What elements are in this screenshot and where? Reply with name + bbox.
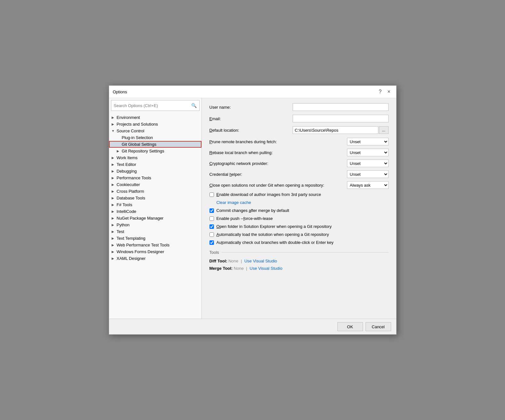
- tree-arrow-xaml-designer: ▶: [112, 257, 117, 260]
- enable-author-images-label: Enable download of author images from 3r…: [217, 192, 321, 197]
- tools-label: Tools: [209, 250, 219, 255]
- credential-select[interactable]: UnsetManagerStore: [347, 170, 389, 178]
- tree-arrow-debugging: ▶: [112, 169, 117, 173]
- prune-label: Prune remote branches during fetch:: [209, 139, 347, 144]
- tools-section: Tools Diff Tool: None | Use Visual Studi…: [209, 250, 389, 271]
- dialog-title: Options: [113, 89, 127, 94]
- open-folder-label: Open folder in Solution Explorer when op…: [217, 224, 332, 229]
- merge-tool-none: None: [234, 266, 244, 271]
- tree-item-database-tools[interactable]: ▶Database Tools: [109, 195, 201, 201]
- tree-item-performance-tools[interactable]: ▶Performance Tools: [109, 175, 201, 181]
- auto-load-solution-row: Automatically load the solution when ope…: [209, 232, 389, 237]
- tree-item-test[interactable]: ▶Test: [109, 228, 201, 235]
- enable-push-force-label: Enable push --force-with-lease: [217, 216, 273, 221]
- tree-label-test: Test: [117, 229, 199, 234]
- commit-after-merge-row: Commit changes after merge by default: [209, 208, 389, 213]
- help-button[interactable]: ?: [377, 88, 383, 95]
- tree-item-debugging[interactable]: ▶Debugging: [109, 168, 201, 175]
- tree-arrow-fsharp-tools: ▶: [112, 203, 117, 206]
- open-folder-row: Open folder in Solution Explorer when op…: [209, 224, 389, 229]
- prune-select[interactable]: UnsetTrueFalse: [347, 138, 389, 145]
- tree-item-xaml-designer[interactable]: ▶XAML Designer: [109, 255, 201, 262]
- tree-arrow-nuget-package-manager: ▶: [112, 216, 117, 220]
- auto-load-solution-checkbox[interactable]: [209, 232, 214, 237]
- tree-arrow-environment: ▶: [112, 116, 117, 119]
- credential-label: Credential helper:: [209, 172, 347, 177]
- tree-item-text-editor[interactable]: ▶Text Editor: [109, 161, 201, 168]
- default-location-row: Default location: ...: [209, 126, 389, 134]
- crypto-row: Cryptographic network provider: UnsetOpe…: [209, 159, 389, 167]
- tree-item-plugin-selection[interactable]: Plug-in Selection: [109, 134, 201, 141]
- tree-arrow-performance-tools: ▶: [112, 176, 117, 180]
- tree-arrow-intellicode: ▶: [112, 210, 117, 213]
- tree-label-nuget-package-manager: NuGet Package Manager: [117, 216, 199, 221]
- tree-label-environment: Environment: [117, 115, 199, 120]
- close-solutions-select[interactable]: Always askYesNo: [347, 181, 389, 189]
- tree-item-web-performance-test-tools[interactable]: ▶Web Performance Test Tools: [109, 242, 201, 248]
- tree-arrow-python: ▶: [112, 223, 117, 227]
- clear-image-cache-link[interactable]: Clear image cache: [217, 200, 389, 205]
- right-panel: User name: Email: Default location: ...: [202, 98, 396, 319]
- footer: OK Cancel: [109, 319, 396, 334]
- tree-item-cross-platform[interactable]: ▶Cross Platform: [109, 188, 201, 195]
- tools-divider: Tools: [209, 250, 389, 255]
- title-bar-buttons: ? ×: [377, 88, 392, 95]
- tree-item-windows-forms-designer[interactable]: ▶Windows Forms Designer: [109, 248, 201, 255]
- tree-item-python[interactable]: ▶Python: [109, 222, 201, 228]
- open-folder-checkbox[interactable]: [209, 224, 214, 229]
- default-location-label: Default location:: [209, 128, 293, 133]
- tree-item-nuget-package-manager[interactable]: ▶NuGet Package Manager: [109, 215, 201, 222]
- tools-line: [222, 252, 389, 253]
- search-input[interactable]: [114, 103, 191, 108]
- tree-item-git-global-settings[interactable]: Git Global Settings: [109, 141, 201, 148]
- tree-label-windows-forms-designer: Windows Forms Designer: [117, 249, 199, 254]
- diff-tool-label: Diff Tool:: [209, 259, 227, 263]
- tree-item-projects-solutions[interactable]: ▶Projects and Solutions: [109, 121, 201, 128]
- tree-item-text-templating[interactable]: ▶Text Templating: [109, 235, 201, 242]
- rebase-select[interactable]: UnsetTrueFalse: [347, 149, 389, 156]
- tree-label-debugging: Debugging: [117, 169, 199, 174]
- auto-checkout-label: Automatically check out branches with do…: [217, 240, 334, 245]
- tree-label-xaml-designer: XAML Designer: [117, 256, 199, 261]
- merge-tool-sep: |: [246, 266, 249, 271]
- cancel-button[interactable]: Cancel: [366, 322, 391, 331]
- tree-item-fsharp-tools[interactable]: ▶F# Tools: [109, 201, 201, 208]
- tree-item-environment[interactable]: ▶Environment: [109, 114, 201, 121]
- auto-load-solution-label: Automatically load the solution when ope…: [217, 232, 329, 237]
- search-box[interactable]: 🔍: [111, 100, 200, 111]
- tree-item-source-control[interactable]: ▼Source Control: [109, 128, 201, 134]
- tree-item-git-repository-settings[interactable]: ▶Git Repository Settings: [109, 148, 201, 154]
- close-solutions-row: Close open solutions not under Git when …: [209, 181, 389, 189]
- enable-author-images-checkbox[interactable]: [209, 192, 214, 197]
- commit-after-merge-checkbox[interactable]: [209, 208, 214, 213]
- tree-label-projects-solutions: Projects and Solutions: [117, 122, 199, 127]
- browse-button[interactable]: ...: [379, 126, 389, 134]
- tree-item-work-items[interactable]: ▶Work Items: [109, 154, 201, 161]
- close-button[interactable]: ×: [385, 88, 392, 95]
- tree-label-cookiecutter: Cookiecutter: [117, 182, 199, 187]
- tree-arrow-windows-forms-designer: ▶: [112, 250, 117, 253]
- diff-tool-none: None: [228, 259, 238, 263]
- enable-push-force-checkbox[interactable]: [209, 216, 214, 221]
- tree-arrow-source-control: ▼: [112, 129, 117, 133]
- email-input[interactable]: [293, 115, 389, 122]
- tree-label-source-control: Source Control: [117, 128, 199, 133]
- search-icon: 🔍: [191, 103, 197, 108]
- tree-arrow-test: ▶: [112, 230, 117, 233]
- diff-tool-vs-link[interactable]: Use Visual Studio: [244, 259, 277, 263]
- tree-label-fsharp-tools: F# Tools: [117, 202, 199, 207]
- prune-row: Prune remote branches during fetch: Unse…: [209, 138, 389, 145]
- auto-checkout-checkbox[interactable]: [209, 240, 214, 245]
- username-input[interactable]: [293, 103, 389, 111]
- main-content: 🔍 ▶Environment▶Projects and Solutions▼So…: [109, 98, 396, 319]
- merge-tool-vs-link[interactable]: Use Visual Studio: [250, 266, 282, 271]
- crypto-select[interactable]: UnsetOpenSSLSChannel: [347, 159, 389, 167]
- tree-item-cookiecutter[interactable]: ▶Cookiecutter: [109, 181, 201, 188]
- username-label: User name:: [209, 105, 293, 110]
- tree-label-python: Python: [117, 222, 199, 227]
- ok-button[interactable]: OK: [337, 322, 363, 331]
- tree-item-intellicode[interactable]: ▶IntelliCode: [109, 208, 201, 215]
- default-location-input[interactable]: [293, 126, 378, 134]
- merge-tool-label: Merge Tool:: [209, 266, 233, 271]
- enable-push-force-row: Enable push --force-with-lease: [209, 216, 389, 221]
